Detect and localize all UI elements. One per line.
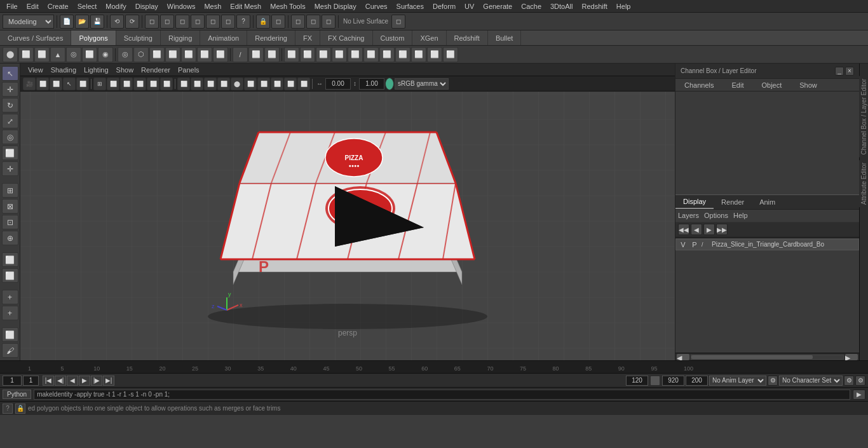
attribute-editor-side-tab[interactable]: Attribute Editor (859, 160, 868, 207)
help-btn[interactable]: ? (236, 15, 250, 29)
multicut-btn[interactable]: ⬜ (264, 47, 280, 62)
cb-edit-tab[interactable]: Edit (725, 79, 750, 92)
gear-btn[interactable]: ⬜ (197, 47, 212, 62)
menu-3dtoall[interactable]: 3DtoAll (546, 1, 576, 11)
silhouette-btn[interactable]: ⬜ (2, 268, 18, 283)
cb-object-tab[interactable]: Object (755, 79, 788, 92)
anim-layer-settings[interactable]: ⚙ (768, 376, 778, 386)
select-tool[interactable]: ↖ (2, 66, 18, 81)
bevel-btn[interactable]: ⬜ (316, 47, 331, 62)
tab-fx-caching[interactable]: FX Caching (320, 31, 372, 45)
frame-start-field[interactable] (3, 376, 22, 386)
paint-btn[interactable]: ◻ (175, 15, 189, 29)
command-input-area[interactable]: makeldentity -apply true -t 1 -r 1 -s 1 … (34, 390, 850, 400)
menu-curves[interactable]: Curves (362, 1, 391, 11)
frame-current-field[interactable] (23, 376, 39, 386)
menu-edit[interactable]: Edit (23, 1, 43, 11)
vp-snap-btn[interactable]: ⬜ (76, 78, 89, 90)
tab-fx[interactable]: FX (295, 31, 320, 45)
layer-item[interactable]: V P / Pizza_Slice_in_Triangle_Cardboard_… (675, 239, 859, 250)
xray2-btn[interactable]: + (2, 306, 18, 320)
show-manip-btn[interactable]: ✛ (2, 161, 18, 176)
menu-edit-mesh[interactable]: Edit Mesh (226, 1, 265, 11)
extrude-btn[interactable]: ⬜ (284, 47, 299, 62)
snap-grid-btn[interactable]: ⊞ (2, 183, 18, 198)
max2-frame-field[interactable] (686, 376, 708, 386)
timeline[interactable]: 1 5 10 15 20 25 30 35 40 45 50 55 60 65 … (0, 360, 868, 373)
step-forward-btn[interactable]: |▶ (91, 376, 102, 386)
hscroll-right-btn[interactable]: ▶ (845, 354, 858, 360)
vp-menu-show[interactable]: Show (114, 66, 137, 74)
menu-windows[interactable]: Windows (163, 1, 200, 11)
torus-btn[interactable]: ◎ (66, 47, 81, 62)
vp-light-btn[interactable]: ⬜ (257, 78, 270, 90)
help-label[interactable]: Help (733, 212, 748, 219)
scale-tool[interactable]: ⤢ (2, 114, 18, 128)
ref-btn[interactable]: ◻ (271, 15, 285, 29)
menu-select[interactable]: Select (74, 1, 101, 11)
undo-btn[interactable]: ⟲ (110, 15, 124, 29)
helix-btn[interactable]: ⬜ (181, 47, 196, 62)
paint-btn[interactable]: 🖌 (2, 343, 18, 358)
end-frame-field[interactable] (626, 376, 648, 386)
menu-mesh-display[interactable]: Mesh Display (311, 1, 360, 11)
tab-custom[interactable]: Custom (373, 31, 413, 45)
ring-btn[interactable]: ◎ (118, 47, 133, 62)
rotate-tool[interactable]: ↻ (2, 98, 18, 112)
layers-hscrollbar[interactable]: ◀ ▶ (675, 353, 859, 360)
play-back-btn[interactable]: ◀ (67, 376, 78, 386)
cylinder-btn[interactable]: ⬜ (34, 47, 50, 62)
snap-point-btn[interactable]: ⊡ (2, 215, 18, 229)
reduce-btn[interactable]: ⬜ (411, 47, 426, 62)
tab-xgen[interactable]: XGen (412, 31, 446, 45)
layer-nav-end[interactable]: ▶▶ (716, 224, 728, 235)
lasso-btn[interactable]: ◻ (160, 15, 174, 29)
snap3-btn[interactable]: ◻ (221, 15, 235, 29)
render-view-btn[interactable]: ⬜ (2, 252, 18, 267)
vp-wire-btn[interactable]: ⬜ (204, 78, 217, 90)
new-scene-btn[interactable]: 📄 (60, 15, 74, 29)
render-region-btn[interactable]: ◻ (291, 15, 305, 29)
mode-dropdown[interactable]: Modeling Rigging Animation FX Rendering … (3, 15, 54, 29)
combine-btn[interactable]: ⬜ (348, 47, 363, 62)
cube-btn[interactable]: ⬜ (18, 47, 34, 62)
uv-editor-btn[interactable]: ⬜ (2, 327, 18, 342)
menu-mesh-tools[interactable]: Mesh Tools (266, 1, 309, 11)
pen-btn[interactable]: / (233, 47, 248, 62)
menu-surfaces[interactable]: Surfaces (393, 1, 428, 11)
menu-deform[interactable]: Deform (429, 1, 459, 11)
gamma-select[interactable]: sRGB gamma Linear (395, 78, 449, 90)
snap-btn[interactable]: ◻ (191, 15, 205, 29)
tab-rigging[interactable]: Rigging (161, 31, 200, 45)
vp-hud-btn[interactable]: ⬜ (107, 78, 119, 90)
vp-flat-btn[interactable]: ⬜ (217, 78, 230, 90)
cone-btn[interactable]: ▲ (50, 47, 65, 62)
vp-sel-btn[interactable]: ↖ (63, 78, 76, 90)
retopo-btn[interactable]: ⬜ (443, 47, 458, 62)
cmd-run-btn[interactable]: ▶ (853, 390, 865, 400)
mirror-btn[interactable]: ⬜ (379, 47, 395, 62)
special-btn[interactable]: ⬜ (149, 47, 165, 62)
menu-uv[interactable]: UV (461, 1, 478, 11)
channel-box-side-tab[interactable]: Channel Box / Layer Editor (859, 76, 868, 158)
layer-nav-prev[interactable]: ◀ (691, 224, 702, 235)
open-btn[interactable]: 📂 (75, 15, 89, 29)
xray-btn[interactable]: + (2, 290, 18, 304)
menu-mesh[interactable]: Mesh (200, 1, 225, 11)
save-btn[interactable]: 💾 (90, 15, 104, 29)
char-set-settings[interactable]: ⚙ (844, 376, 854, 386)
anim-tab[interactable]: Anim (752, 196, 783, 208)
append-btn[interactable]: ⬜ (248, 47, 264, 62)
tab-sculpting[interactable]: Sculpting (116, 31, 161, 45)
pipe-btn[interactable]: ⬜ (165, 47, 180, 62)
snap-curve-btn[interactable]: ⊠ (2, 199, 18, 214)
max-frame-field[interactable] (662, 376, 684, 386)
python-btn[interactable]: Python (3, 390, 31, 399)
step-back-btn[interactable]: ◀| (55, 376, 66, 386)
menu-file[interactable]: File (3, 1, 22, 11)
remesh-btn[interactable]: ⬜ (427, 47, 442, 62)
tab-polygons[interactable]: Polygons (71, 31, 116, 45)
vp-menu-shading[interactable]: Shading (48, 66, 79, 74)
select-btn[interactable]: ◻ (145, 15, 159, 29)
lock-icon[interactable]: 🔒 (15, 404, 25, 414)
